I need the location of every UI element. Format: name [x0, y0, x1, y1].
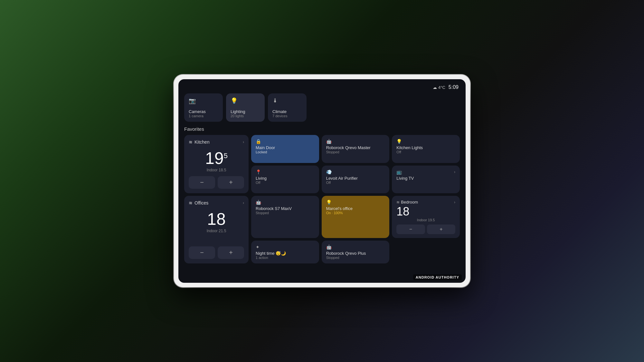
night-time-status: 1 action: [256, 256, 315, 260]
kitchen-title: Kitchen: [194, 139, 210, 145]
main-door-card[interactable]: 🔒 Main Door Locked: [251, 135, 319, 163]
main-grid: ≋ Kitchen › 195 Indoor 18.5 − +: [184, 135, 460, 263]
marcels-office-title: Marcel's office: [326, 206, 385, 211]
marcels-office-status: On · 100%: [326, 211, 385, 215]
night-time-card[interactable]: ✦ Night time 😴🌙 1 action: [251, 241, 319, 263]
status-bar: ☁ 4°C 5:09: [184, 84, 460, 90]
living-status: Off: [256, 181, 315, 185]
tablet-device: ☁ 4°C 5:09 📷 Cameras 1 camera 💡 L: [174, 75, 470, 287]
kitchen-temp: 195: [189, 150, 244, 167]
levoit-title: Levoit Air Purifier: [326, 176, 385, 181]
main-door-title: Main Door: [256, 145, 315, 150]
kitchen-lights-title: Kitchen Lights: [396, 145, 455, 150]
kitchen-lights-status: Off: [396, 150, 455, 154]
kitchen-light-icon: 💡: [396, 139, 402, 144]
offices-temp: 18: [189, 211, 244, 227]
bedroom-heat-icon: ≋: [396, 200, 400, 205]
living-tv-title: Living TV: [396, 176, 455, 181]
purifier-icon: 💨: [326, 169, 332, 175]
kitchen-plus-button[interactable]: +: [218, 176, 244, 189]
lighting-sub: 20 lights: [231, 114, 260, 118]
robot-plus-icon: 🤖: [326, 244, 332, 250]
roborock-master-status: Stopped: [326, 150, 385, 154]
main-door-status: Locked: [256, 150, 315, 154]
cameras-sub: 1 camera: [189, 114, 218, 118]
cameras-label: Cameras: [189, 109, 218, 114]
living-card[interactable]: 📍 Living Off: [251, 166, 319, 194]
offices-arrow-icon: ›: [243, 201, 244, 205]
temperature-display: 4°C: [438, 85, 445, 90]
offices-minus-button[interactable]: −: [189, 246, 215, 259]
bedroom-indoor: Indoor 19.5: [396, 218, 455, 222]
kitchen-thermostat-card[interactable]: ≋ Kitchen › 195 Indoor 18.5 − +: [184, 135, 249, 193]
location-icon: 📍: [256, 169, 261, 175]
roborock-master-title: Roborock Qrevo Master: [326, 145, 385, 150]
tv-icon: 📺: [396, 169, 402, 175]
bedroom-card[interactable]: ≋ Bedroom › 18 Indoor 19.5 − +: [392, 196, 460, 238]
night-time-title: Night time 😴🌙: [256, 251, 315, 256]
marcels-light-icon: 💡: [326, 200, 332, 205]
marcels-office-card[interactable]: 💡 Marcel's office On · 100%: [322, 196, 390, 238]
roborock-qrevo-plus-card[interactable]: 🤖 Roborock Qrevo Plus Stopped: [322, 241, 390, 263]
roborock-qrevo-master-card[interactable]: 🤖 Roborock Qrevo Master Stopped: [322, 135, 390, 163]
robot-s7-icon: 🤖: [256, 200, 261, 205]
kitchen-lights-card[interactable]: 💡 Kitchen Lights Off: [392, 135, 460, 163]
tv-arrow-icon: ›: [454, 170, 455, 174]
lighting-icon: 💡: [231, 97, 260, 104]
offices-heat-icon: ≋: [189, 200, 193, 205]
climate-label: Climate: [272, 109, 302, 114]
cameras-card[interactable]: 📷 Cameras 1 camera: [184, 93, 223, 122]
levoit-card[interactable]: 💨 Levoit Air Purifier Off: [322, 166, 390, 194]
bedroom-minus-button[interactable]: −: [396, 224, 425, 234]
lighting-label: Lighting: [231, 109, 260, 114]
offices-plus-button[interactable]: +: [218, 246, 244, 259]
category-row: 📷 Cameras 1 camera 💡 Lighting 20 lights …: [184, 93, 460, 122]
roborock-s7-card[interactable]: 🤖 Roborock S7 MaxV Stopped: [251, 196, 319, 238]
favorites-title: Favorites: [184, 126, 460, 132]
roborock-plus-title: Roborock Qrevo Plus: [326, 251, 385, 256]
climate-card[interactable]: 🌡 Climate 7 devices: [268, 93, 307, 122]
climate-sub: 7 devices: [272, 114, 302, 118]
tablet-screen: ☁ 4°C 5:09 📷 Cameras 1 camera 💡 L: [178, 79, 466, 283]
watermark: ANDROID AUTHORITY: [413, 274, 462, 280]
robot-master-icon: 🤖: [326, 139, 332, 144]
sparkle-icon: ✦: [256, 244, 260, 250]
bedroom-temp: 18: [396, 206, 455, 217]
camera-icon: 📷: [189, 97, 218, 104]
bedroom-plus-button[interactable]: +: [427, 224, 455, 234]
lock-icon: 🔒: [256, 139, 261, 144]
offices-indoor: Indoor 21.5: [189, 229, 244, 233]
kitchen-indoor: Indoor 18.5: [189, 168, 244, 172]
roborock-s7-title: Roborock S7 MaxV: [256, 206, 315, 211]
scene: ☁ 4°C 5:09 📷 Cameras 1 camera 💡 L: [0, 0, 644, 362]
lighting-card[interactable]: 💡 Lighting 20 lights: [226, 93, 265, 122]
kitchen-arrow-icon: ›: [243, 140, 244, 144]
roborock-plus-status: Stopped: [326, 256, 385, 260]
clock: 5:09: [449, 84, 459, 90]
kitchen-heat-icon: ≋: [189, 139, 193, 145]
offices-title: Offices: [194, 200, 208, 205]
bedroom-title: Bedroom: [401, 200, 418, 205]
living-tv-card[interactable]: 📺 › Living TV: [392, 166, 460, 194]
bedroom-arrow-icon: ›: [454, 200, 455, 205]
roborock-s7-status: Stopped: [256, 211, 315, 215]
weather-icon: ☁: [433, 85, 437, 90]
living-title: Living: [256, 176, 315, 181]
weather-widget: ☁ 4°C: [433, 85, 445, 90]
kitchen-minus-button[interactable]: −: [189, 176, 215, 189]
climate-icon: 🌡: [272, 97, 302, 104]
levoit-status: Off: [326, 181, 385, 185]
offices-thermostat-card[interactable]: ≋ Offices › 18 Indoor 21.5 − +: [184, 196, 249, 263]
